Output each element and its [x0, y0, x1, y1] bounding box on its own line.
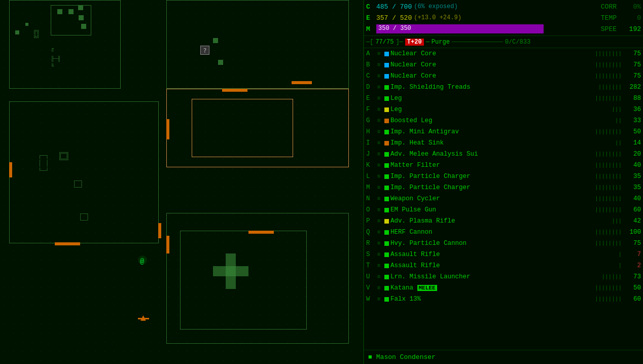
map-struct: [78, 5, 83, 10]
inv-type-icon: ≡: [375, 106, 383, 113]
inv-count: 40: [623, 195, 641, 202]
inventory-row[interactable]: Q ≡ HERF Cannon |||||||| 100: [364, 227, 643, 238]
inventory-row[interactable]: O ≡ EM Pulse Gun |||||||| 60: [364, 204, 643, 215]
inv-integrity-bars: |: [618, 251, 622, 258]
inv-item-name: Nuclear Core: [390, 72, 593, 80]
inv-key: O: [366, 206, 373, 213]
inv-integrity-bars: ||||||||: [595, 207, 622, 213]
map-char: ╚╝: [33, 34, 40, 41]
inv-item-name: Matter Filter: [390, 162, 593, 169]
inventory-row[interactable]: T ≡ Assault Rifle | 2: [364, 260, 643, 271]
inv-count: 73: [623, 273, 641, 280]
inv-color-indicator: [384, 141, 389, 145]
inv-color-indicator: [384, 197, 389, 201]
inv-item-name: Imp. Mini Antigrav: [390, 128, 593, 135]
inv-count: 88: [623, 95, 641, 102]
inventory-row[interactable]: G ≡ Boosted Leg || 33: [364, 115, 643, 126]
room-mid-right-inner: [192, 99, 293, 157]
inventory-row[interactable]: R ≡ Hvy. Particle Cannon |||||||| 75: [364, 238, 643, 249]
inventory-row[interactable]: V ≡ Katana MELEE |||||||| 50: [364, 282, 643, 294]
inventory-row[interactable]: E ≡ Leg |||||||| 88: [364, 93, 643, 104]
inv-type-icon: ≡: [375, 207, 383, 213]
inventory-row[interactable]: P ≡ Adv. Plasma Rifle ||| 42: [364, 215, 643, 227]
action-heat-badge: T+20: [405, 39, 424, 46]
inv-key: R: [366, 240, 373, 247]
action-line: ——————————————: [452, 39, 503, 46]
inventory-row[interactable]: K ≡ Matter Filter |||||||| 40: [364, 160, 643, 171]
inv-count: 60: [623, 206, 641, 213]
stats-header: C 485 / 700 (6% exposed) CORR 0% E 357 /…: [364, 0, 643, 36]
stat-row-c: C 485 / 700 (6% exposed) CORR 0%: [366, 1, 641, 12]
inv-type-icon: ≡: [375, 84, 383, 90]
inv-key: T: [366, 262, 373, 269]
map-border-right: [363, 0, 364, 364]
inventory-row[interactable]: U ≡ Lrn. Missile Launcher |||||| 73: [364, 271, 643, 282]
inv-integrity-bars: ||||||||: [595, 51, 622, 57]
inv-count: 75: [623, 50, 641, 57]
inv-key: N: [366, 195, 373, 202]
inventory-row[interactable]: A ≡ Nuclear Core |||||||| 75: [364, 48, 643, 59]
inv-type-icon: ≡: [375, 296, 383, 302]
inv-count: 75: [623, 61, 641, 68]
map-item-cone: ▲: [140, 312, 146, 322]
inventory-row[interactable]: H ≡ Imp. Mini Antigrav |||||||| 50: [364, 126, 643, 137]
inv-integrity-bars: ||||||||: [595, 285, 622, 291]
inventory-row[interactable]: J ≡ Adv. Melee Analysis Sui |||||||| 20: [364, 149, 643, 160]
inventory-row[interactable]: N ≡ Weapon Cycler |||||||| 40: [364, 193, 643, 204]
inventory-row[interactable]: W ≡ Falx 13% |||||||| 60: [364, 294, 643, 305]
inv-item-name: Adv. Plasma Rifle: [390, 217, 610, 225]
inv-type-icon: ≡: [375, 251, 383, 258]
map-char-bot2: ╔═╗: [58, 150, 69, 157]
inv-color-indicator: [384, 152, 389, 157]
inv-color-indicator: [384, 63, 389, 67]
inv-integrity-bars: ||||||||: [595, 296, 622, 302]
door-mid-1: [222, 89, 247, 92]
inventory-row[interactable]: M ≡ Imp. Particle Charger |||||||| 35: [364, 182, 643, 193]
inv-type-icon: ≡: [375, 263, 383, 269]
inv-type-icon: ≡: [375, 73, 383, 79]
inv-item-name: Leg: [390, 106, 610, 113]
map-struct: [68, 9, 74, 14]
map-char: ╔╗: [33, 28, 40, 34]
spee-value: 192: [621, 25, 641, 33]
map-char-bot2: ╚═╝: [58, 156, 69, 163]
map-char: ╟─╢: [51, 56, 61, 62]
inv-key: V: [366, 284, 373, 292]
inv-integrity-bars: ||||||||: [595, 62, 622, 68]
spee-label: SPEE: [591, 25, 617, 33]
inventory-row[interactable]: F ≡ Leg ||| 36: [364, 104, 643, 115]
inv-integrity-bars: ||||||||: [595, 151, 622, 157]
inv-color-indicator: [384, 208, 389, 212]
stat-temp: TEMP 0: [591, 14, 641, 22]
inv-color-indicator: [384, 186, 389, 190]
inventory-row[interactable]: B ≡ Nuclear Core |||||||| 75: [364, 59, 643, 70]
inventory-row[interactable]: L ≡ Imp. Particle Charger |||||||| 35: [364, 171, 643, 182]
inventory-row[interactable]: S ≡ Assault Rifle | 7: [364, 249, 643, 260]
inventory-row[interactable]: C ≡ Nuclear Core |||||||| 75: [364, 70, 643, 82]
inv-item-name: Assault Rifle: [390, 262, 617, 269]
inventory-row[interactable]: I ≡ Imp. Heat Sink || 14: [364, 137, 643, 149]
inv-color-indicator: [384, 96, 389, 101]
stat-e-value: 357 / 520: [376, 14, 412, 22]
inv-key: F: [366, 106, 373, 113]
map-char: ╙: [51, 63, 54, 69]
map-struct: [57, 9, 62, 14]
door-bot-left-1: [9, 162, 12, 177]
inventory-row[interactable]: D ≡ Imp. Shielding Treads ||||||| 282: [364, 82, 643, 93]
inv-type-icon: ≡: [375, 62, 383, 68]
stat-m-label: M: [366, 25, 373, 33]
inv-key: U: [366, 273, 373, 280]
stat-e-bonus: (+13.0 +24.9): [414, 14, 461, 21]
inv-key: K: [366, 162, 373, 169]
inv-item-name: Imp. Shielding Treads: [390, 84, 597, 91]
inv-color-indicator: [384, 163, 389, 168]
action-slots: 0/C/833: [505, 39, 530, 46]
inv-count: 50: [623, 128, 641, 135]
stat-row-m: M 350 / 350 SPEE 192: [366, 23, 641, 34]
inv-key: W: [366, 296, 373, 303]
map-struct: [25, 23, 28, 26]
inv-count: 35: [623, 173, 641, 180]
inv-color-indicator: [384, 107, 389, 112]
inv-type-icon: ≡: [375, 118, 383, 124]
stat-c-label: C: [366, 3, 373, 11]
